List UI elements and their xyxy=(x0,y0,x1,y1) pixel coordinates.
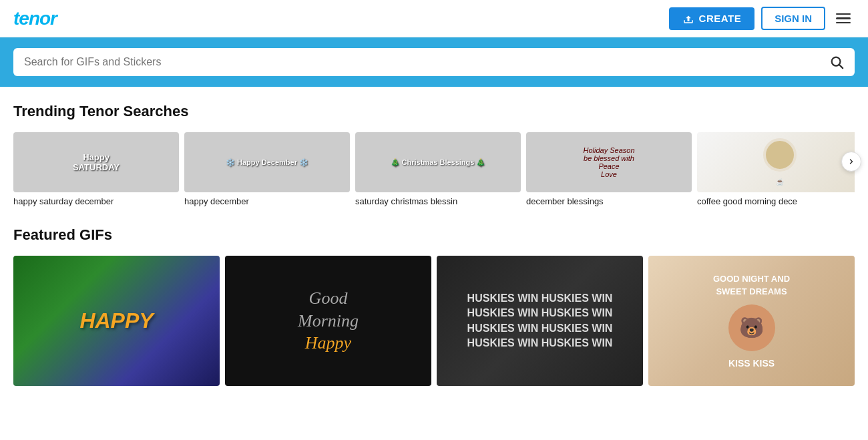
bear-icon: 🐻 xyxy=(728,304,775,351)
search-input[interactable] xyxy=(24,56,829,68)
search-bar xyxy=(13,48,855,76)
menu-line-3 xyxy=(836,22,851,24)
trending-item[interactable]: Holiday Seasonbe blessed withPeaceLove d… xyxy=(526,132,692,206)
trending-overlay-5: ☕ xyxy=(763,138,797,187)
chevron-right-icon xyxy=(847,158,855,166)
svg-line-1 xyxy=(839,65,843,68)
create-button[interactable]: CREATE xyxy=(669,7,755,30)
trending-image-5: ☕ xyxy=(697,132,855,192)
trending-label-1: happy saturday december xyxy=(13,196,179,206)
next-button[interactable] xyxy=(841,152,861,172)
menu-line-2 xyxy=(836,17,851,19)
featured-title: Featured GIFs xyxy=(13,226,855,244)
featured-grid: HAPPY GoodMorningHappy HUSKIES WIN HUSKI… xyxy=(13,256,855,386)
trending-image-4: Holiday Seasonbe blessed withPeaceLove xyxy=(526,132,692,192)
menu-line-1 xyxy=(836,13,851,15)
search-button[interactable] xyxy=(829,55,844,69)
signin-button[interactable]: SIGN IN xyxy=(761,7,825,30)
trending-label-2: happy december xyxy=(184,196,350,206)
trending-scroll: HappySATURDAY happy saturday december ❄️… xyxy=(13,132,855,206)
featured-section: Featured GIFs HAPPY GoodMorningHappy HUS… xyxy=(13,226,855,386)
trending-image-1: HappySATURDAY xyxy=(13,132,179,192)
trending-image-3: 🎄 Christmas Blessings 🎄 xyxy=(355,132,521,192)
trending-overlay-4: Holiday Seasonbe blessed withPeaceLove xyxy=(583,146,634,178)
featured-overlay-3: HUSKIES WIN HUSKIES WINHUSKIES WIN HUSKI… xyxy=(467,291,613,351)
search-bar-wrapper xyxy=(0,37,868,87)
menu-button[interactable] xyxy=(832,9,855,28)
search-icon xyxy=(829,55,844,69)
trending-overlay-2: ❄️ Happy December ❄️ xyxy=(226,158,308,167)
main-content: Trending Tenor Searches HappySATURDAY ha… xyxy=(0,87,868,386)
featured-overlay-2: GoodMorningHappy xyxy=(298,287,359,355)
kiss-text: KISS KISS xyxy=(728,358,775,369)
create-label: CREATE xyxy=(699,13,742,24)
trending-item[interactable]: 🎄 Christmas Blessings 🎄 saturday christm… xyxy=(355,132,521,206)
header-right: CREATE SIGN IN xyxy=(669,7,855,30)
trending-section: Trending Tenor Searches HappySATURDAY ha… xyxy=(13,103,855,206)
featured-item-2[interactable]: GoodMorningHappy xyxy=(225,256,431,386)
featured-item-4[interactable]: GOOD NIGHT ANDSWEET DREAMS 🐻 KISS KISS xyxy=(648,256,855,386)
trending-label-3: saturday christmas blessin xyxy=(355,196,521,206)
featured-overlay-1: HAPPY xyxy=(79,308,153,333)
trending-item[interactable]: HappySATURDAY happy saturday december xyxy=(13,132,179,206)
trending-label-5: coffee good morning dece xyxy=(697,196,855,206)
trending-label-4: december blessings xyxy=(526,196,692,206)
header: tenor CREATE SIGN IN xyxy=(0,0,868,37)
trending-overlay-3: 🎄 Christmas Blessings 🎄 xyxy=(391,158,486,167)
trending-title: Trending Tenor Searches xyxy=(13,103,855,120)
featured-item-3[interactable]: HUSKIES WIN HUSKIES WINHUSKIES WIN HUSKI… xyxy=(437,256,643,386)
featured-overlay-4: GOOD NIGHT ANDSWEET DREAMS xyxy=(713,273,790,297)
upload-icon xyxy=(682,13,694,25)
featured-item-1[interactable]: HAPPY xyxy=(13,256,220,386)
logo[interactable]: tenor xyxy=(13,8,57,29)
trending-image-2: ❄️ Happy December ❄️ xyxy=(184,132,350,192)
trending-item[interactable]: ❄️ Happy December ❄️ happy december xyxy=(184,132,350,206)
trending-overlay-1: HappySATURDAY xyxy=(73,152,120,172)
trending-item[interactable]: ☕ coffee good morning dece xyxy=(697,132,855,206)
